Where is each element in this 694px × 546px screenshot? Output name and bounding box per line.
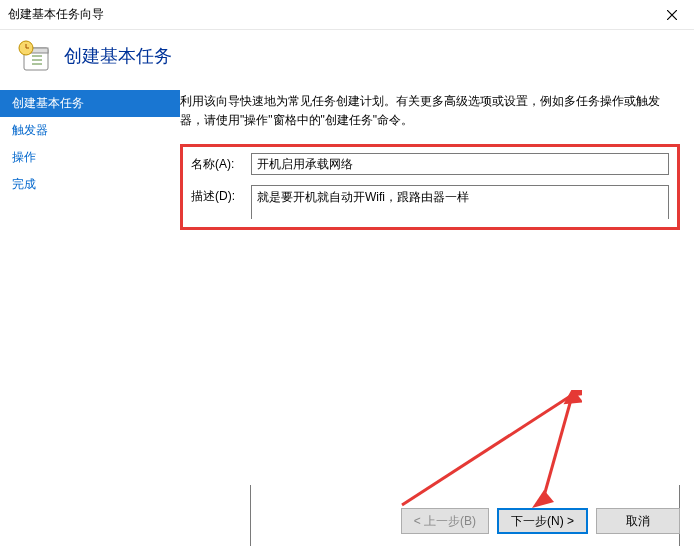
sidebar-item-finish[interactable]: 完成 [0,171,180,198]
wizard-title: 创建基本任务 [64,44,172,68]
desc-textarea-top[interactable] [251,185,669,219]
wizard-sidebar: 创建基本任务 触发器 操作 完成 [0,90,180,485]
back-button: < 上一步(B) [401,508,489,534]
wizard-header: 创建基本任务 [0,30,694,90]
sidebar-item-create-task[interactable]: 创建基本任务 [0,90,180,117]
highlight-annotation: 名称(A): 描述(D): [180,144,680,230]
next-button[interactable]: 下一步(N) > [497,508,588,534]
cancel-button[interactable]: 取消 [596,508,680,534]
content-area: 创建基本任务 触发器 操作 完成 利用该向导快速地为常见任务创建计划。有关更多高… [0,90,694,485]
name-label: 名称(A): [191,153,243,173]
close-icon [667,10,677,20]
name-row: 名称(A): [191,153,669,175]
sidebar-item-trigger[interactable]: 触发器 [0,117,180,144]
titlebar: 创建基本任务向导 [0,0,694,30]
main-panel: 利用该向导快速地为常见任务创建计划。有关更多高级选项或设置，例如多任务操作或触发… [180,90,694,485]
name-input[interactable] [251,153,669,175]
button-bar: < 上一步(B) 下一步(N) > 取消 [401,508,680,534]
sidebar-item-action[interactable]: 操作 [0,144,180,171]
close-button[interactable] [649,0,694,30]
desc-row: 描述(D): [191,185,669,219]
desc-label: 描述(D): [191,185,243,205]
window-title: 创建基本任务向导 [8,6,104,23]
wizard-icon [18,40,50,72]
instruction-text: 利用该向导快速地为常见任务创建计划。有关更多高级选项或设置，例如多任务操作或触发… [180,90,680,142]
